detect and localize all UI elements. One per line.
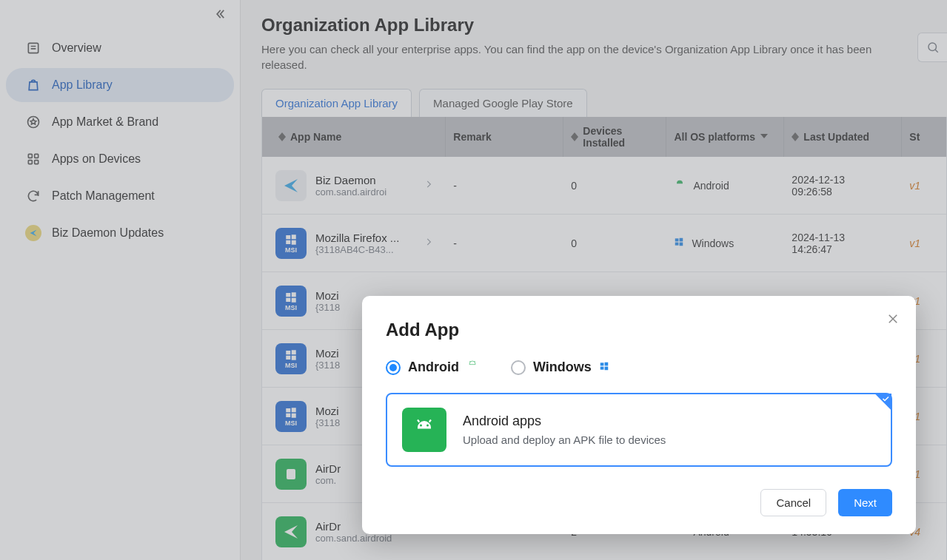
android-icon — [402, 408, 446, 452]
card-description: Upload and deploy an APK file to devices — [463, 434, 666, 446]
svg-point-29 — [470, 362, 471, 363]
windows-icon — [599, 360, 609, 375]
close-button[interactable] — [886, 312, 900, 328]
add-app-modal: Add App Android Windows Android apps Upl… — [362, 296, 916, 534]
modal-overlay[interactable]: Add App Android Windows Android apps Upl… — [0, 0, 947, 560]
modal-actions: Cancel Next — [386, 489, 892, 516]
radio-windows[interactable]: Windows — [511, 360, 609, 375]
upload-option-card[interactable]: Android apps Upload and deploy an APK fi… — [386, 393, 892, 467]
svg-point-35 — [420, 425, 422, 427]
modal-title: Add App — [386, 320, 892, 340]
svg-rect-33 — [600, 367, 604, 370]
radio-indicator-icon — [386, 360, 401, 375]
platform-radio-group: Android Windows — [386, 360, 892, 375]
card-title: Android apps — [463, 414, 666, 429]
svg-rect-31 — [600, 362, 604, 365]
next-button[interactable]: Next — [838, 489, 892, 516]
svg-rect-32 — [604, 362, 608, 366]
svg-rect-34 — [604, 367, 608, 371]
selected-check-icon — [869, 394, 891, 416]
radio-android[interactable]: Android — [386, 360, 478, 375]
svg-point-30 — [473, 362, 474, 363]
radio-indicator-icon — [511, 360, 526, 375]
svg-point-36 — [426, 425, 429, 427]
android-icon — [466, 360, 478, 375]
cancel-button[interactable]: Cancel — [760, 489, 826, 516]
